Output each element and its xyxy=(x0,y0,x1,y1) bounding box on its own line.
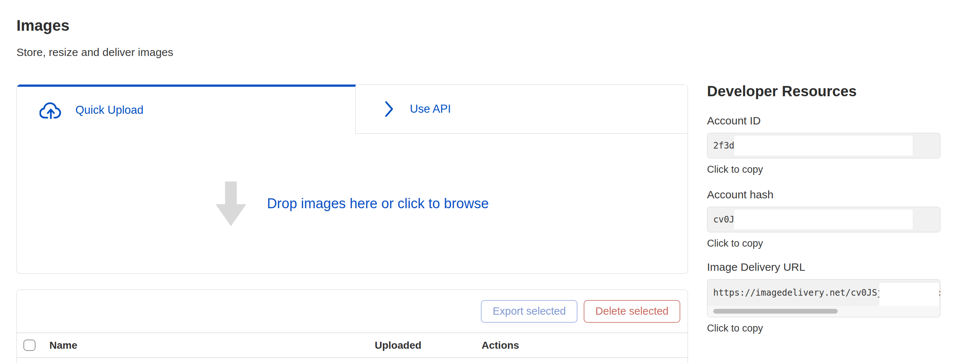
table-header-row: Name Uploaded Actions xyxy=(17,333,687,358)
account-hash-label: Account hash xyxy=(707,188,940,202)
account-hash-group: Account hash cv0J Click to copy xyxy=(707,188,940,249)
redaction-overlay xyxy=(734,136,913,156)
tab-use-api[interactable]: Use API xyxy=(356,84,687,134)
image-delivery-url-value-tail: : xyxy=(937,280,940,306)
cloud-upload-icon xyxy=(40,101,62,119)
account-id-field[interactable]: 2f3d xyxy=(707,133,940,158)
image-delivery-url-group: Image Delivery URL https://imagedelivery… xyxy=(707,260,940,334)
delete-selected-button[interactable]: Delete selected xyxy=(584,300,680,323)
tab-bar: Quick Upload Use API xyxy=(17,84,687,134)
bulk-actions-bar: Export selected Delete selected xyxy=(17,290,687,333)
redaction-overlay xyxy=(734,210,913,229)
image-delivery-url-label: Image Delivery URL xyxy=(707,260,940,274)
account-hash-field[interactable]: cv0J xyxy=(707,207,940,232)
tab-use-api-label: Use API xyxy=(410,102,451,116)
arrow-down-icon xyxy=(216,182,246,226)
select-all-checkbox[interactable] xyxy=(24,339,35,351)
redaction-overlay xyxy=(879,283,939,306)
chevron-right-icon xyxy=(385,101,394,117)
image-delivery-url-copy-hint[interactable]: Click to copy xyxy=(707,322,940,334)
column-header-actions: Actions xyxy=(482,339,687,351)
sidebar-heading: Developer Resources xyxy=(707,82,940,100)
developer-resources-sidebar: Developer Resources Account ID 2f3d Clic… xyxy=(707,0,940,334)
account-id-group: Account ID 2f3d Click to copy xyxy=(707,114,940,175)
tab-quick-upload[interactable]: Quick Upload xyxy=(17,84,356,134)
main-content: Images Store, resize and deliver images … xyxy=(16,0,688,363)
image-delivery-url-field[interactable]: https://imagedelivery.net/cv0JSj : xyxy=(707,279,940,317)
account-hash-copy-hint[interactable]: Click to copy xyxy=(707,237,940,249)
tab-quick-upload-label: Quick Upload xyxy=(75,103,143,117)
image-drop-zone[interactable]: Drop images here or click to browse xyxy=(17,134,687,274)
url-scrollbar-thumb[interactable] xyxy=(713,309,838,314)
account-id-copy-hint[interactable]: Click to copy xyxy=(707,164,940,175)
account-id-label: Account ID xyxy=(707,114,940,128)
upload-panel: Quick Upload Use API Drop images here or… xyxy=(16,84,688,274)
column-header-name: Name xyxy=(49,339,375,351)
export-selected-button[interactable]: Export selected xyxy=(481,300,578,323)
drop-zone-label: Drop images here or click to browse xyxy=(267,196,488,212)
page-subtitle: Store, resize and deliver images xyxy=(16,45,688,59)
image-list-panel: Export selected Delete selected Name Upl… xyxy=(16,290,688,363)
page-title: Images xyxy=(16,16,688,35)
column-header-uploaded: Uploaded xyxy=(375,339,482,351)
